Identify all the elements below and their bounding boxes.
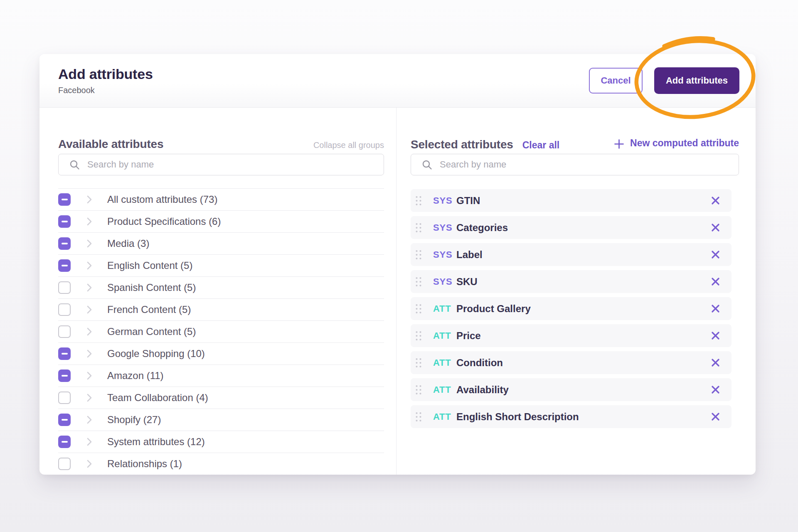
search-icon	[69, 160, 80, 170]
close-icon	[711, 412, 720, 421]
drag-handle-icon[interactable]	[415, 195, 422, 207]
attribute-group-row[interactable]: Media (3)	[58, 232, 384, 254]
remove-attribute-button[interactable]	[709, 195, 722, 207]
available-search	[58, 154, 384, 175]
group-checkbox[interactable]	[58, 193, 71, 206]
attribute-group-row[interactable]: Spanish Content (5)	[58, 276, 384, 298]
chevron-right-icon[interactable]	[86, 349, 92, 358]
remove-attribute-button[interactable]	[709, 303, 722, 315]
available-search-input[interactable]	[87, 159, 377, 170]
group-checkbox[interactable]	[58, 436, 71, 448]
group-checkbox[interactable]	[58, 325, 71, 338]
remove-attribute-button[interactable]	[709, 357, 722, 369]
new-computed-attribute-link[interactable]: New computed attribute	[614, 138, 739, 149]
drag-handle-icon[interactable]	[415, 384, 422, 396]
selected-attribute-row: SYS Label	[411, 243, 732, 266]
remove-attribute-button[interactable]	[709, 330, 722, 342]
attribute-label: Condition	[456, 357, 503, 369]
attribute-group-row[interactable]: System attributes (12)	[58, 431, 384, 453]
group-label: French Content (5)	[107, 304, 191, 315]
group-checkbox[interactable]	[58, 303, 71, 316]
channel-subtitle: Facebook	[58, 85, 153, 96]
close-icon	[711, 304, 720, 313]
attribute-group-row[interactable]: Product Specifications (6)	[58, 210, 384, 232]
chevron-right-icon[interactable]	[86, 371, 92, 380]
group-label: German Content (5)	[107, 326, 196, 337]
attribute-group-row[interactable]: Team Collaboration (4)	[58, 387, 384, 409]
selected-attribute-row: SYS Categories	[411, 216, 732, 239]
chevron-right-icon[interactable]	[86, 327, 92, 336]
group-checkbox[interactable]	[58, 392, 71, 404]
attribute-type-badge: ATT	[433, 384, 451, 395]
group-checkbox[interactable]	[58, 369, 71, 382]
group-label: Spanish Content (5)	[107, 282, 196, 293]
drag-handle-icon[interactable]	[415, 276, 422, 288]
attribute-label: Categories	[456, 222, 508, 234]
close-icon	[711, 385, 720, 394]
chevron-right-icon[interactable]	[86, 305, 92, 314]
remove-attribute-button[interactable]	[709, 384, 722, 396]
attribute-group-row[interactable]: German Content (5)	[58, 320, 384, 342]
attribute-group-row[interactable]: Google Shopping (10)	[58, 342, 384, 365]
group-label: Shopify (27)	[107, 414, 161, 426]
drag-handle-icon[interactable]	[415, 249, 422, 261]
chevron-right-icon[interactable]	[86, 459, 92, 468]
selected-search	[411, 154, 739, 175]
attribute-group-list: All custom attributes (73) Product Speci…	[58, 188, 384, 475]
group-checkbox[interactable]	[58, 347, 71, 360]
group-checkbox[interactable]	[58, 259, 71, 272]
selected-attribute-row: SYS SKU	[411, 270, 732, 293]
drag-handle-icon[interactable]	[415, 222, 422, 234]
attribute-group-row[interactable]: English Content (5)	[58, 254, 384, 276]
chevron-right-icon[interactable]	[86, 437, 92, 446]
chevron-right-icon[interactable]	[86, 393, 92, 402]
attribute-type-badge: SYS	[433, 276, 451, 287]
remove-attribute-button[interactable]	[709, 276, 722, 288]
remove-attribute-button[interactable]	[709, 249, 722, 261]
selected-attribute-list: SYS GTIN SYS Categories	[411, 189, 739, 428]
group-checkbox[interactable]	[58, 215, 71, 228]
drag-handle-icon[interactable]	[415, 357, 422, 369]
group-checkbox[interactable]	[58, 237, 71, 250]
group-checkbox[interactable]	[58, 414, 71, 426]
chevron-right-icon[interactable]	[86, 239, 92, 248]
modal-header: Add attributes Facebook Cancel Add attri…	[39, 54, 756, 108]
chevron-right-icon[interactable]	[86, 415, 92, 424]
search-icon	[422, 160, 432, 170]
attribute-type-badge: SYS	[433, 195, 451, 206]
remove-attribute-button[interactable]	[709, 222, 722, 234]
attribute-type-badge: SYS	[433, 222, 451, 233]
cancel-button[interactable]: Cancel	[589, 68, 643, 94]
attribute-group-row[interactable]: French Content (5)	[58, 298, 384, 320]
attribute-label: Availability	[456, 384, 509, 396]
clear-all-link[interactable]: Clear all	[522, 140, 560, 151]
chevron-right-icon[interactable]	[86, 195, 92, 204]
chevron-right-icon[interactable]	[86, 283, 92, 292]
chevron-right-icon[interactable]	[86, 261, 92, 270]
selected-search-input[interactable]	[440, 159, 732, 170]
group-label: Team Collaboration (4)	[107, 392, 208, 404]
drag-handle-icon[interactable]	[415, 411, 422, 423]
available-attributes-heading: Available attributes	[58, 138, 163, 151]
new-computed-attribute-label: New computed attribute	[630, 138, 739, 149]
group-label: Amazon (11)	[107, 370, 164, 382]
drag-handle-icon[interactable]	[415, 330, 422, 342]
close-icon	[711, 250, 720, 259]
group-checkbox[interactable]	[58, 281, 71, 294]
attribute-group-row[interactable]: Relationships (1)	[58, 453, 384, 475]
attribute-group-row[interactable]: Shopify (27)	[58, 409, 384, 431]
group-label: English Content (5)	[107, 260, 192, 271]
collapse-all-groups-link[interactable]: Collapse all groups	[313, 140, 384, 150]
attribute-type-badge: ATT	[433, 303, 451, 314]
remove-attribute-button[interactable]	[709, 411, 722, 423]
close-icon	[711, 358, 720, 367]
plus-icon	[614, 139, 624, 149]
selected-attributes-heading: Selected attributes	[411, 138, 513, 151]
selected-attribute-row: ATT Availability	[411, 378, 732, 401]
attribute-group-row[interactable]: All custom attributes (73)	[58, 188, 384, 210]
drag-handle-icon[interactable]	[415, 303, 422, 315]
attribute-group-row[interactable]: Amazon (11)	[58, 365, 384, 387]
chevron-right-icon[interactable]	[86, 217, 92, 226]
group-checkbox[interactable]	[58, 458, 71, 470]
add-attributes-button[interactable]: Add attributes	[654, 67, 739, 94]
